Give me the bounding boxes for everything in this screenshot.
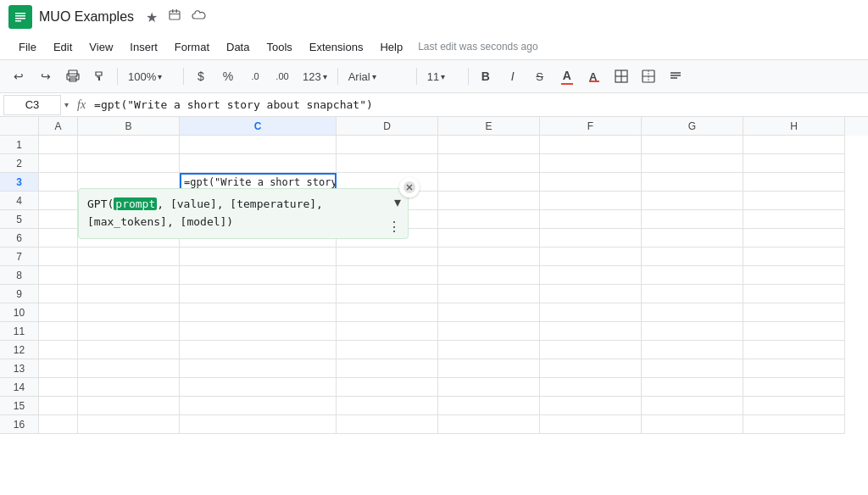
print-button[interactable]: [61, 64, 85, 88]
autocomplete-more-button[interactable]: ⋮: [387, 219, 401, 235]
cell-a7[interactable]: [39, 248, 78, 266]
bold-button[interactable]: B: [474, 64, 498, 88]
cell-e8[interactable]: [438, 266, 540, 285]
col-header-b[interactable]: B: [78, 117, 180, 136]
cell-h5[interactable]: [743, 210, 845, 229]
zoom-select[interactable]: 100% ▾: [123, 64, 178, 88]
autocomplete-expand-button[interactable]: ▾: [394, 194, 401, 210]
autocomplete-close-button[interactable]: [399, 177, 420, 197]
cell-b7[interactable]: [78, 248, 180, 266]
cell-e6[interactable]: [438, 229, 540, 248]
merge-cells-button[interactable]: [637, 64, 660, 88]
col-header-c[interactable]: C: [180, 117, 337, 136]
zoom-dropdown-icon: ▾: [158, 72, 162, 81]
cell-a3[interactable]: [39, 173, 78, 192]
cell-a4[interactable]: [39, 192, 78, 210]
redo-button[interactable]: ↪: [34, 64, 58, 88]
cell-g7[interactable]: [642, 248, 743, 266]
menu-extensions[interactable]: Extensions: [301, 37, 372, 57]
cell-c1[interactable]: [180, 136, 337, 154]
cell-f1[interactable]: [540, 136, 642, 154]
col-header-h[interactable]: H: [743, 117, 845, 136]
menu-edit[interactable]: Edit: [45, 37, 81, 57]
fill-color-button[interactable]: A: [582, 64, 606, 88]
star-icon[interactable]: ★: [146, 9, 158, 25]
history-icon[interactable]: [168, 8, 181, 25]
cell-d8[interactable]: [337, 266, 438, 285]
cell-d2[interactable]: [337, 154, 438, 173]
menu-view[interactable]: View: [81, 37, 121, 57]
percent-button[interactable]: %: [216, 64, 240, 88]
cell-g3[interactable]: [642, 173, 743, 192]
currency-button[interactable]: $: [189, 64, 213, 88]
cell-c8[interactable]: [180, 266, 337, 285]
font-select[interactable]: Arial ▾: [343, 64, 411, 88]
cell-a2[interactable]: [39, 154, 78, 173]
borders-button[interactable]: [609, 64, 633, 88]
cell-d1[interactable]: [337, 136, 438, 154]
cell-f4[interactable]: [540, 192, 642, 210]
cell-e4[interactable]: [438, 192, 540, 210]
cell-ref[interactable]: C3: [3, 95, 61, 115]
menu-help[interactable]: Help: [371, 37, 411, 57]
cell-h8[interactable]: [743, 266, 845, 285]
cell-a6[interactable]: [39, 229, 78, 248]
cloud-icon[interactable]: [192, 9, 207, 25]
cell-h6[interactable]: [743, 229, 845, 248]
cell-b1[interactable]: [78, 136, 180, 154]
col-header-e[interactable]: E: [438, 117, 540, 136]
paint-format-button[interactable]: [88, 64, 112, 88]
cell-a5[interactable]: [39, 210, 78, 229]
cell-g6[interactable]: [642, 229, 743, 248]
cell-b8[interactable]: [78, 266, 180, 285]
menu-data[interactable]: Data: [218, 37, 258, 57]
col-header-d[interactable]: D: [337, 117, 438, 136]
cell-h7[interactable]: [743, 248, 845, 266]
cell-b2[interactable]: [78, 154, 180, 173]
decimal-more-button[interactable]: .00: [270, 64, 294, 88]
number-format-select[interactable]: 123 ▾: [298, 64, 332, 88]
cell-a1[interactable]: [39, 136, 78, 154]
number-format-value: 123: [303, 70, 321, 83]
cell-f7[interactable]: [540, 248, 642, 266]
align-button[interactable]: [664, 64, 687, 88]
col-header-g[interactable]: G: [642, 117, 743, 136]
formula-dropdown-icon[interactable]: ▾: [64, 100, 69, 109]
cell-c7[interactable]: [180, 248, 337, 266]
col-header-a[interactable]: A: [39, 117, 78, 136]
cell-e7[interactable]: [438, 248, 540, 266]
cell-h2[interactable]: [743, 154, 845, 173]
undo-button[interactable]: ↩: [7, 64, 31, 88]
cell-f6[interactable]: [540, 229, 642, 248]
col-header-f[interactable]: F: [540, 117, 642, 136]
cell-e2[interactable]: [438, 154, 540, 173]
cell-f3[interactable]: [540, 173, 642, 192]
menu-format[interactable]: Format: [166, 37, 218, 57]
font-size-select[interactable]: 11 ▾: [422, 64, 463, 88]
menu-file[interactable]: File: [10, 37, 45, 57]
cell-f2[interactable]: [540, 154, 642, 173]
autocomplete-fn-name: GPT(: [87, 197, 114, 210]
underline-button[interactable]: A: [555, 64, 579, 88]
cell-e1[interactable]: [438, 136, 540, 154]
cell-e5[interactable]: [438, 210, 540, 229]
cell-g8[interactable]: [642, 266, 743, 285]
menu-insert[interactable]: Insert: [121, 37, 166, 57]
cell-e3[interactable]: [438, 173, 540, 192]
cell-a8[interactable]: [39, 266, 78, 285]
cell-d7[interactable]: [337, 248, 438, 266]
menu-tools[interactable]: Tools: [258, 37, 300, 57]
cell-g4[interactable]: [642, 192, 743, 210]
cell-c2[interactable]: [180, 154, 337, 173]
cell-h4[interactable]: [743, 192, 845, 210]
cell-g1[interactable]: [642, 136, 743, 154]
cell-f8[interactable]: [540, 266, 642, 285]
italic-button[interactable]: I: [501, 64, 525, 88]
cell-g5[interactable]: [642, 210, 743, 229]
cell-f5[interactable]: [540, 210, 642, 229]
cell-h3[interactable]: [743, 173, 845, 192]
cell-g2[interactable]: [642, 154, 743, 173]
strikethrough-button[interactable]: S: [528, 64, 552, 88]
decimal-button[interactable]: .0: [243, 64, 267, 88]
cell-h1[interactable]: [743, 136, 845, 154]
